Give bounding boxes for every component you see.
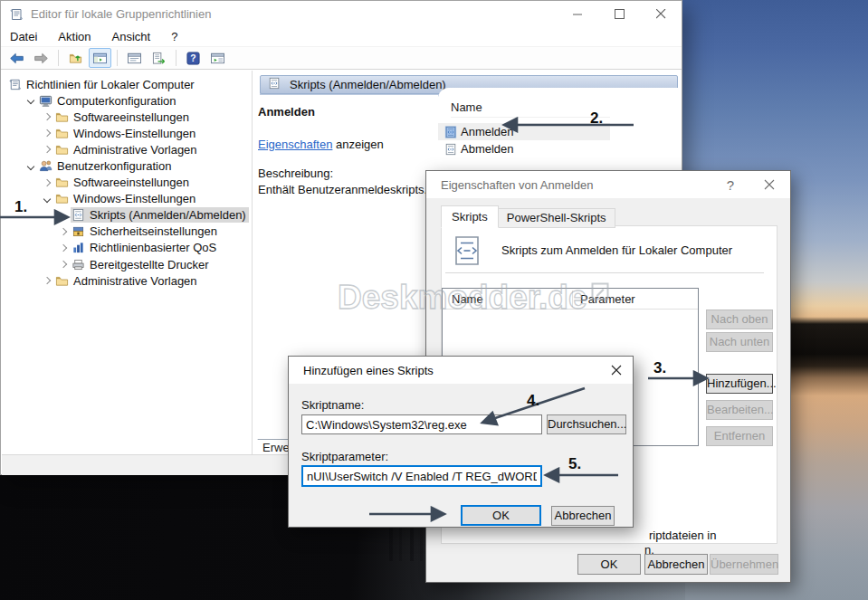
- chevron-down-icon[interactable]: [24, 98, 38, 103]
- folder-icon: [55, 176, 69, 189]
- script-icon: [72, 208, 85, 222]
- chevron-right-icon[interactable]: [40, 130, 54, 136]
- chevron-right-icon[interactable]: [40, 114, 54, 119]
- hinzufügen-button[interactable]: Hinzufügen...: [706, 374, 773, 394]
- tree-item-skripts-anmelden-abmelden-[interactable]: Skripts (Anmelden/Abmelden): [2, 207, 252, 224]
- tree-item-administrative-vorlagen[interactable]: Administrative Vorlagen: [2, 141, 252, 157]
- tree-item-administrative-vorlagen[interactable]: Administrative Vorlagen: [2, 272, 252, 289]
- add-dialog-close-icon[interactable]: [602, 357, 631, 384]
- footer-übernehmen-button: Übernehmen: [710, 554, 778, 575]
- help-icon[interactable]: ?: [182, 48, 205, 68]
- footer-ok-button[interactable]: OK: [577, 554, 641, 575]
- policy-scroll-icon: [8, 78, 22, 91]
- close-icon[interactable]: [640, 1, 682, 27]
- chevron-right-icon[interactable]: [56, 262, 71, 267]
- cancel-button[interactable]: Abbrechen: [551, 506, 615, 526]
- folder-icon: [55, 110, 69, 124]
- extended-view-icon[interactable]: [206, 48, 229, 68]
- tree-item-label: Richtlinien für Lokaler Computer: [26, 78, 195, 91]
- folder-icon: [55, 274, 69, 288]
- nach-unten-button: Nach unten: [706, 332, 773, 352]
- tree-item-richtlinien-für-lokaler-computer[interactable]: Richtlinien für Lokaler Computer: [2, 76, 252, 92]
- bearbeiten-button: Bearbeiten...: [706, 400, 773, 420]
- chevron-down-icon[interactable]: [24, 164, 38, 169]
- browse-button[interactable]: Durchsuchen...: [547, 414, 626, 434]
- tree-item-computerkonfiguration[interactable]: Computerkonfiguration: [2, 92, 252, 109]
- tree-item-benutzerkonfiguration[interactable]: Benutzerkonfiguration: [2, 157, 252, 174]
- menu-aktion[interactable]: Aktion: [58, 30, 91, 43]
- forward-icon[interactable]: [30, 48, 52, 68]
- tab-caption: Skripts zum Anmelden für Lokaler Compute…: [501, 243, 732, 257]
- security-icon: [72, 224, 85, 238]
- list-item-abmelden[interactable]: Abmelden: [438, 140, 610, 157]
- footer-abbrechen-button[interactable]: Abbrechen: [644, 554, 708, 575]
- gpedit-app-icon: [9, 7, 24, 22]
- tree-item-label: Benutzerkonfiguration: [57, 159, 171, 173]
- chevron-right-icon[interactable]: [56, 245, 71, 251]
- script-big-icon: [451, 234, 483, 267]
- list-item-label: Anmelden: [461, 125, 514, 138]
- toolbar-separator: [176, 50, 176, 66]
- caption-divider: [445, 272, 764, 273]
- minimize-icon[interactable]: [557, 1, 598, 27]
- tree-item-label: Softwareeinstellungen: [73, 110, 189, 124]
- tree-item-label: Sicherheitseinstellungen: [90, 224, 217, 238]
- pane-header-title: Skripts (Anmelden/Abmelden): [290, 78, 446, 91]
- tree-item-softwareeinstellungen[interactable]: Softwareeinstellungen: [2, 109, 252, 125]
- up-folder-icon[interactable]: [64, 48, 87, 68]
- tree-item-label: Windows-Einstellungen: [73, 127, 196, 140]
- tree-item-windows-einstellungen[interactable]: Windows-Einstellungen: [2, 125, 252, 141]
- listbox-column-name[interactable]: Name: [452, 292, 483, 306]
- ok-button[interactable]: OK: [461, 505, 541, 526]
- console-tree-icon[interactable]: [89, 48, 111, 68]
- tree-item-label: Softwareeinstellungen: [73, 176, 189, 189]
- title-bar[interactable]: Editor für lokale Gruppenrichtlinien: [1, 1, 682, 27]
- folder-icon: [55, 127, 69, 140]
- properties-icon[interactable]: [123, 48, 146, 68]
- properties-dialog-titlebar[interactable]: Eigenschaften von Anmelden ?: [426, 171, 790, 198]
- tree-item-sicherheitseinstellungen[interactable]: Sicherheitseinstellungen: [2, 224, 252, 240]
- back-icon[interactable]: [5, 48, 28, 68]
- export-list-icon[interactable]: [148, 48, 170, 68]
- svg-text:?: ?: [190, 53, 196, 63]
- dialog-close-icon[interactable]: [755, 171, 784, 198]
- script-param-input[interactable]: [301, 465, 542, 487]
- script-name-input[interactable]: [301, 414, 542, 434]
- tree-item-label: Computerkonfiguration: [57, 94, 176, 108]
- computer-icon: [39, 94, 52, 108]
- maximize-icon[interactable]: [598, 1, 640, 27]
- chevron-right-icon[interactable]: [40, 147, 54, 152]
- column-divider: [572, 290, 573, 307]
- menu-ansicht[interactable]: Ansicht: [112, 30, 151, 43]
- chevron-right-icon[interactable]: [40, 278, 54, 283]
- selected-item-title: Anmelden: [258, 105, 438, 119]
- chevron-right-icon[interactable]: [40, 180, 54, 186]
- printer-icon: [72, 258, 85, 271]
- eigenschaften-link[interactable]: Eigenschaften: [258, 138, 332, 151]
- tree-item-windows-einstellungen[interactable]: Windows-Einstellungen: [2, 191, 252, 207]
- menu-?[interactable]: ?: [171, 30, 177, 43]
- tree-item-label: Administrative Vorlagen: [73, 143, 197, 157]
- chevron-right-icon[interactable]: [56, 229, 71, 234]
- listbox-column-parameter[interactable]: Parameter: [580, 292, 635, 306]
- script-icon: [444, 143, 457, 156]
- menu-bar: DateiAktionAnsicht?: [1, 27, 682, 46]
- chevron-down-icon[interactable]: [40, 196, 54, 202]
- column-header-name[interactable]: Name: [451, 100, 610, 118]
- tab-powershell-skripts[interactable]: PowerShell-Skripts: [498, 208, 615, 228]
- tree-item-softwareeinstellungen[interactable]: Softwareeinstellungen: [2, 175, 252, 191]
- menu-datei[interactable]: Datei: [10, 30, 37, 43]
- folder-icon: [55, 192, 69, 205]
- nach-oben-button: Nach oben: [706, 310, 773, 329]
- list-item-label: Abmelden: [461, 142, 514, 156]
- tree-item-label: Windows-Einstellungen: [73, 192, 196, 205]
- folder-icon: [55, 143, 69, 157]
- tree-item-label: Skripts (Anmelden/Abmelden): [90, 208, 246, 222]
- dialog-help-icon[interactable]: ?: [716, 171, 745, 198]
- tree-item-richtlinienbasierter-qos[interactable]: Richtlinienbasierter QoS: [2, 240, 252, 256]
- tab-skripts[interactable]: Skripts: [441, 205, 499, 228]
- list-item-anmelden[interactable]: Anmelden: [438, 123, 610, 140]
- description-text: Enthält Benutzeranmeldeskripts.: [258, 183, 438, 196]
- add-dialog-titlebar[interactable]: Hinzufügen eines Skripts: [289, 357, 633, 384]
- tree-item-bereitgestellte-drucker[interactable]: Bereitgestellte Drucker: [2, 256, 252, 272]
